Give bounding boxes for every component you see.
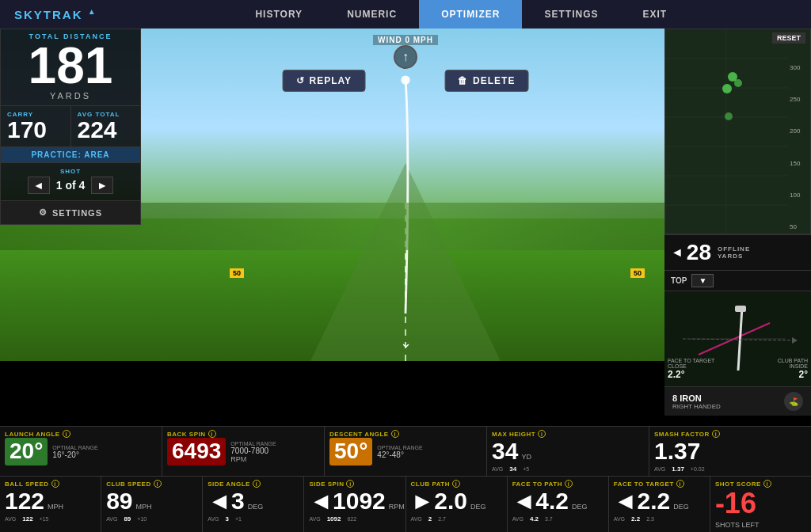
reset-button[interactable]: RESET bbox=[772, 32, 805, 44]
side-angle-avg-row: AVG 3 +1 bbox=[208, 515, 299, 522]
nav-item-optimizer[interactable]: OPTIMIZER bbox=[419, 0, 522, 28]
svg-marker-17 bbox=[792, 337, 798, 344]
club-path-info-icon[interactable]: i bbox=[452, 480, 460, 488]
club-path-sub: INSIDE bbox=[778, 363, 808, 369]
offline-yards-label: OFFLINE bbox=[718, 245, 750, 253]
dist-marker-right: 50 bbox=[630, 268, 645, 278]
grid-200: 200 bbox=[790, 127, 807, 135]
stat-side-angle: SIDE ANGLE i ◄3 DEG AVG 3 +1 bbox=[203, 477, 304, 532]
face-to-target-stat-info-icon[interactable]: i bbox=[676, 480, 684, 488]
side-spin-header: SIDE SPIN i bbox=[309, 480, 400, 488]
top-nav: SKYTRAK ▲ HISTORY NUMERIC OPTIMIZER SETT… bbox=[0, 0, 811, 28]
ball-speed-info-icon[interactable]: i bbox=[51, 480, 59, 488]
shot-nav: SHOT ◄ 1 of 4 ► bbox=[1, 162, 140, 200]
club-view-header: TOP ▼ bbox=[664, 271, 811, 291]
avg-block: AVG TOTAL 224 bbox=[71, 106, 141, 146]
ball-speed-unit: MPH bbox=[48, 503, 63, 511]
descent-angle-info-icon[interactable]: i bbox=[391, 430, 399, 438]
shot-score-sub-row: SHOTS LEFT bbox=[715, 521, 806, 529]
stat-smash-factor: SMASH FACTOR i 1.37 AVG 1.37 +0.02 bbox=[649, 427, 811, 476]
club-view-dropdown[interactable]: ▼ bbox=[691, 274, 714, 287]
max-height-label: MAX HEIGHT bbox=[492, 431, 535, 438]
back-spin-info-icon[interactable]: i bbox=[208, 430, 216, 438]
club-view-label: TOP bbox=[671, 276, 687, 285]
shot-next-button[interactable]: ► bbox=[91, 177, 113, 194]
settings-gear-icon: ⚙ bbox=[39, 207, 48, 218]
launch-angle-header: LAUNCH ANGLE i bbox=[5, 430, 157, 438]
chevron-down-icon[interactable]: ⌄ bbox=[400, 334, 412, 352]
yards-label: YARDS bbox=[1, 91, 140, 105]
practice-area-bar: PRACTICE: AREA bbox=[1, 146, 140, 162]
club-path-info: CLUB PATH INSIDE 2° bbox=[778, 358, 808, 380]
club-path-avg-row: AVG 2 2.7 bbox=[411, 515, 502, 522]
left-panel: TOTAL DISTANCE 181 YARDS CARRY 170 AVG T… bbox=[0, 28, 141, 225]
launch-angle-label: LAUNCH ANGLE bbox=[5, 431, 60, 438]
club-path-val: 2° bbox=[778, 369, 808, 380]
face-to-path-info-icon[interactable]: i bbox=[565, 480, 573, 488]
face-to-target-val: 2.2° bbox=[668, 369, 714, 380]
side-angle-header: SIDE ANGLE i bbox=[208, 480, 299, 488]
shot-score-info-icon[interactable]: i bbox=[763, 480, 771, 488]
replay-button[interactable]: ↺ REPLAY bbox=[283, 70, 366, 92]
face-to-path-unit: DEG bbox=[572, 503, 588, 511]
club-path-unit: DEG bbox=[470, 503, 486, 511]
smash-factor-value: 1.37 bbox=[654, 438, 806, 464]
descent-angle-header: DESCENT ANGLE i bbox=[329, 430, 482, 438]
ball-speed-header: BALL SPEED i bbox=[5, 480, 96, 488]
replay-label: REPLAY bbox=[310, 75, 352, 86]
max-height-info-icon[interactable]: i bbox=[538, 430, 546, 438]
stat-shot-score: SHOT SCORE i -16 SHOTS LEFT bbox=[710, 477, 811, 532]
carry-avg-row: CARRY 170 AVG TOTAL 224 bbox=[1, 105, 140, 146]
side-angle-value: ◄3 bbox=[208, 488, 244, 514]
settings-label: SETTINGS bbox=[52, 208, 102, 218]
nav-item-history[interactable]: HISTORY bbox=[233, 0, 325, 28]
club-speed-info-icon[interactable]: i bbox=[154, 480, 162, 488]
nav-item-settings[interactable]: SETTINGS bbox=[522, 0, 620, 28]
side-spin-avg-row: AVG 1092 622 bbox=[309, 515, 400, 522]
launch-angle-info-icon[interactable]: i bbox=[63, 430, 70, 438]
nav-item-numeric[interactable]: NUMERIC bbox=[325, 0, 419, 28]
side-spin-unit: RPM bbox=[389, 503, 405, 511]
club-path-lbl: CLUB PATH bbox=[778, 358, 808, 363]
side-angle-unit: DEG bbox=[248, 503, 264, 511]
dist-marker-left: 50 bbox=[230, 268, 244, 278]
stats-row-2: BALL SPEED i 122 MPH AVG 122 +15 CLUB SP… bbox=[0, 476, 811, 532]
stat-face-to-target: FACE TO TARGET i ◄2.2 DEG AVG 2.2 2.3 bbox=[609, 477, 710, 532]
settings-button[interactable]: ⚙ SETTINGS bbox=[1, 200, 140, 224]
max-height-avg-row: AVG 34 +5 bbox=[492, 466, 644, 473]
svg-rect-15 bbox=[735, 306, 746, 312]
face-to-target-label: FACE TO TARGET bbox=[668, 358, 714, 363]
carry-value: 170 bbox=[7, 118, 64, 142]
shot-of: of bbox=[65, 179, 78, 192]
smash-factor-header: SMASH FACTOR i bbox=[654, 430, 806, 438]
max-height-avg-val: 34 bbox=[509, 466, 516, 473]
svg-point-9 bbox=[722, 84, 732, 93]
nav-items: HISTORY NUMERIC OPTIMIZER SETTINGS EXIT bbox=[112, 0, 811, 28]
side-spin-info-icon[interactable]: i bbox=[346, 480, 354, 488]
delete-label: DELETE bbox=[473, 75, 515, 86]
wind-indicator: WIND 0 MPH ↑ bbox=[373, 35, 438, 69]
delete-icon: 🗑 bbox=[458, 75, 468, 86]
iron-sub: RIGHT HANDED bbox=[672, 403, 721, 410]
smash-factor-info-icon[interactable]: i bbox=[712, 430, 720, 438]
club-path-stat-value: ►2.0 bbox=[411, 488, 467, 514]
side-angle-info-icon[interactable]: i bbox=[253, 480, 261, 488]
side-angle-label: SIDE ANGLE bbox=[208, 481, 250, 488]
iron-label: 8 IRON RIGHT HANDED ⛳ bbox=[664, 386, 811, 416]
grid-150: 150 bbox=[790, 160, 807, 167]
descent-angle-opt-range: OPTIMAL RANGE 42°-48° bbox=[377, 445, 422, 459]
stat-launch-angle: LAUNCH ANGLE i 20° OPTIMAL RANGE 16°-20° bbox=[0, 427, 162, 476]
svg-point-11 bbox=[725, 112, 733, 120]
stat-ball-speed: BALL SPEED i 122 MPH AVG 122 +15 bbox=[0, 477, 101, 532]
nav-item-exit[interactable]: EXIT bbox=[620, 0, 689, 28]
logo-text: SKY bbox=[14, 8, 44, 21]
face-to-target-avg-row: AVG 2.2 2.3 bbox=[614, 515, 705, 522]
face-to-path-header: FACE TO PATH i bbox=[512, 480, 603, 488]
launch-angle-opt-range: OPTIMAL RANGE 16°-20° bbox=[52, 445, 97, 459]
offline-bar: ◄ 28 OFFLINE YARDS bbox=[664, 234, 811, 270]
delete-button[interactable]: 🗑 DELETE bbox=[444, 70, 528, 92]
grid-300: 300 bbox=[790, 64, 807, 71]
back-spin-opt-range: OPTIMAL RANGE 7000-7800 RPM bbox=[230, 441, 276, 463]
ball-speed-label: BALL SPEED bbox=[5, 481, 49, 488]
shot-prev-button[interactable]: ◄ bbox=[28, 177, 50, 194]
